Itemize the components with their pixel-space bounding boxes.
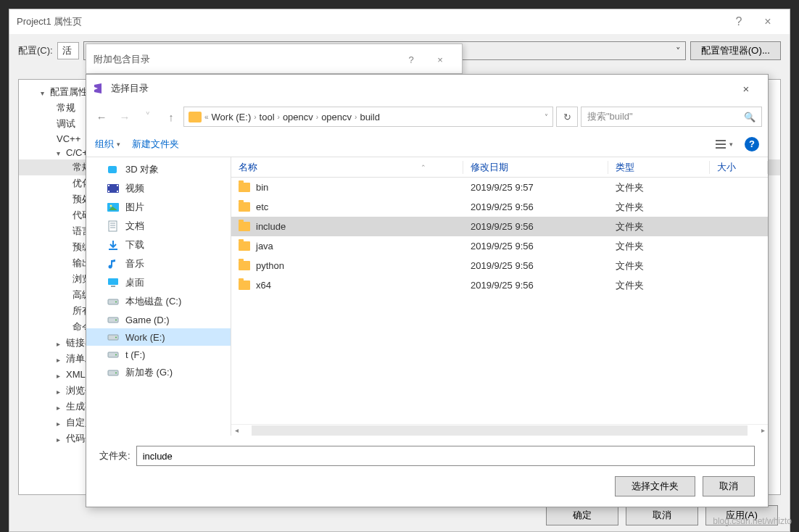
column-size[interactable]: 大小 [710, 161, 768, 174]
file-list-header: 名称⌃ 修改日期 类型 大小 [231, 157, 768, 178]
breadcrumb-part[interactable]: build [360, 112, 379, 122]
nav-tree[interactable]: 3D 对象视频图片文档下载音乐桌面本地磁盘 (C:)Game (D:)Work … [86, 157, 231, 436]
file-name: etc [256, 201, 268, 212]
nav-item-label: Work (E:) [125, 332, 165, 343]
close-button[interactable]: × [753, 11, 782, 33]
svg-rect-18 [111, 286, 115, 287]
nav-item-label: 下载 [125, 238, 144, 252]
breadcrumb-part[interactable]: opencv [283, 112, 313, 122]
nav-item[interactable]: 新加卷 (G:) [86, 363, 231, 382]
breadcrumb-part[interactable]: Work (E:) [212, 112, 252, 122]
select-folder-button[interactable]: 选择文件夹 [615, 476, 695, 496]
nav-item-label: 视频 [125, 182, 144, 195]
back-button[interactable]: ← [92, 107, 111, 126]
include-dirs-title: 附加包含目录 [94, 53, 397, 66]
nav-item[interactable]: Work (E:) [86, 328, 231, 346]
include-dirs-dialog: 附加包含目录 ? × [86, 43, 463, 74]
help-icon[interactable]: ? [745, 137, 759, 151]
file-row[interactable]: python 2019/9/25 9:56 文件夹 [231, 256, 768, 275]
breadcrumb-part[interactable]: tool [260, 112, 275, 122]
config-combo[interactable]: 活 [57, 42, 79, 59]
search-input[interactable]: 搜索"build" 🔍 [581, 107, 762, 127]
dl-icon [107, 239, 120, 251]
svg-point-24 [115, 337, 117, 338]
file-date: 2019/9/25 9:57 [463, 182, 608, 193]
file-row[interactable]: x64 2019/9/25 9:56 文件夹 [231, 275, 768, 295]
nav-item-label: 新加卷 (G:) [125, 366, 173, 379]
breadcrumb-part[interactable]: opencv [321, 112, 352, 122]
file-type: 文件夹 [608, 181, 710, 194]
file-type: 文件夹 [608, 279, 710, 292]
disk-icon [107, 314, 120, 325]
apply-button[interactable]: 应用(A) [705, 505, 778, 525]
close-button[interactable]: × [730, 78, 762, 99]
svg-rect-8 [117, 191, 118, 192]
picker-navigation: ← → ˅ ↑ « Work (E:)› tool› opencv› openc… [86, 102, 768, 131]
file-row[interactable]: include 2019/9/25 9:56 文件夹 [231, 217, 768, 236]
chevron-down-icon[interactable]: ˅ [545, 113, 548, 121]
view-button[interactable]: ▾ [715, 138, 733, 150]
svg-point-10 [110, 205, 112, 207]
file-name: python [256, 260, 284, 271]
nav-item[interactable]: t (F:) [86, 346, 231, 363]
picker-toolbar: 组织 ▾ 新建文件夹 ▾ ? [86, 131, 768, 157]
nav-item[interactable]: 本地磁盘 (C:) [86, 292, 231, 311]
file-row[interactable]: java 2019/9/25 9:56 文件夹 [231, 236, 768, 256]
nav-item[interactable]: Game (D:) [86, 311, 231, 328]
file-name: x64 [256, 280, 271, 291]
organize-button[interactable]: 组织 ▾ [95, 138, 120, 151]
svg-rect-11 [109, 221, 117, 231]
close-button[interactable]: × [426, 49, 455, 70]
folder-name-input[interactable] [136, 446, 755, 466]
breadcrumb[interactable]: « Work (E:)› tool› opencv› opencv› build… [183, 107, 553, 127]
horizontal-scrollbar[interactable]: ◂▸ [231, 424, 768, 436]
disk-icon [107, 296, 120, 307]
nav-item[interactable]: 文档 [86, 217, 231, 236]
column-name[interactable]: 名称⌃ [231, 161, 463, 174]
new-folder-button[interactable]: 新建文件夹 [132, 138, 179, 151]
cancel-button[interactable]: 取消 [703, 476, 755, 496]
doc-icon [107, 220, 120, 232]
nav-item-label: 图片 [125, 201, 144, 214]
nav-item[interactable]: 3D 对象 [86, 160, 231, 179]
column-date[interactable]: 修改日期 [463, 161, 608, 174]
refresh-button[interactable]: ↻ [556, 107, 578, 127]
nav-item-label: Game (D:) [125, 315, 170, 325]
vs-icon [92, 82, 105, 95]
folder-icon [239, 222, 250, 231]
nav-item[interactable]: 图片 [86, 198, 231, 217]
recent-dropdown[interactable]: ˅ [138, 107, 157, 126]
search-icon: 🔍 [744, 112, 755, 122]
help-button[interactable]: ? [397, 49, 426, 70]
3d-icon [107, 164, 120, 175]
ok-button[interactable]: 确定 [546, 505, 618, 525]
chevron-down-icon: ˅ [676, 46, 681, 57]
svg-point-22 [115, 320, 117, 321]
disk-icon [107, 367, 120, 378]
nav-item[interactable]: 下载 [86, 236, 231, 254]
file-row[interactable]: bin 2019/9/25 9:57 文件夹 [231, 178, 768, 197]
folder-icon [239, 183, 250, 192]
video-icon [107, 183, 120, 194]
picker-title: 选择目录 [111, 82, 730, 95]
cancel-button[interactable]: 取消 [626, 505, 698, 525]
forward-button[interactable]: → [115, 107, 134, 126]
file-date: 2019/9/25 9:56 [463, 221, 608, 232]
up-button[interactable]: ↑ [162, 107, 181, 126]
file-type: 文件夹 [608, 201, 710, 214]
nav-item[interactable]: 视频 [86, 179, 231, 198]
file-list[interactable]: bin 2019/9/25 9:57 文件夹 etc 2019/9/25 9:5… [231, 178, 768, 424]
file-row[interactable]: etc 2019/9/25 9:56 文件夹 [231, 197, 768, 217]
nav-item-label: 本地磁盘 (C:) [125, 295, 181, 308]
search-placeholder: 搜索"build" [587, 110, 744, 123]
music-icon [107, 258, 120, 270]
column-type[interactable]: 类型 [608, 161, 710, 174]
nav-item[interactable]: 桌面 [86, 273, 231, 292]
nav-item[interactable]: 音乐 [86, 254, 231, 273]
svg-point-28 [115, 373, 117, 374]
config-manager-button[interactable]: 配置管理器(O)... [690, 41, 781, 60]
include-dirs-titlebar: 附加包含目录 ? × [86, 44, 462, 75]
property-page-title: Project1 属性页 [17, 15, 724, 28]
file-area: 名称⌃ 修改日期 类型 大小 bin 2019/9/25 9:57 文件夹 et… [231, 157, 768, 436]
help-button[interactable]: ? [724, 11, 753, 33]
